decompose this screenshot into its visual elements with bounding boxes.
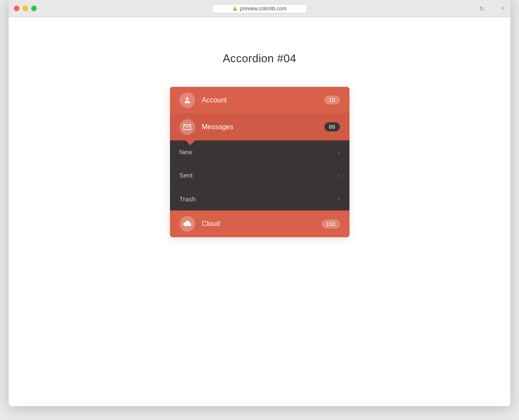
accordion-item-messages[interactable]: Messages 89 — [170, 114, 349, 140]
sub-label-sent: Sent — [179, 172, 338, 179]
messages-icon-circle — [179, 119, 195, 135]
chevron-right-icon: › — [338, 172, 340, 179]
accordion: Account 10 Messages 89 New — [170, 87, 349, 237]
sub-label-trash: Trash — [179, 195, 338, 203]
page-content: Accordion #04 Account 10 — [9, 17, 510, 406]
sub-label-new: New — [179, 148, 338, 156]
window-controls — [14, 6, 37, 11]
close-button[interactable] — [14, 6, 19, 11]
account-badge: 10 — [324, 95, 340, 105]
url-text: preview.colorlib.com — [240, 6, 286, 12]
maximize-button[interactable] — [31, 6, 37, 11]
titlebar: 🔒 preview.colorlib.com ↻ + — [9, 0, 510, 17]
sub-item-new[interactable]: New › — [170, 140, 349, 164]
lock-icon: 🔒 — [232, 6, 237, 11]
refresh-button[interactable]: ↻ — [479, 5, 484, 12]
svg-point-0 — [186, 97, 189, 100]
cloud-icon-circle — [179, 216, 195, 232]
envelope-icon — [183, 124, 191, 130]
sub-item-trash[interactable]: Trash › — [170, 187, 349, 210]
accordion-item-cloud[interactable]: Cloud 102 — [170, 210, 349, 237]
page-title: Accordion #04 — [223, 52, 296, 65]
chevron-right-icon: › — [338, 195, 340, 202]
account-icon-circle — [179, 92, 195, 108]
chevron-right-icon: › — [338, 149, 340, 156]
account-label: Account — [202, 96, 324, 104]
cloud-badge: 102 — [322, 220, 340, 229]
messages-badge: 89 — [324, 122, 340, 131]
accordion-sub-messages: New › Sent › Trash › — [170, 140, 349, 210]
browser-window: 🔒 preview.colorlib.com ↻ + Accordion #04… — [9, 0, 510, 406]
new-tab-icon[interactable]: + — [500, 4, 505, 13]
accordion-item-account[interactable]: Account 10 — [170, 87, 349, 114]
address-bar[interactable]: 🔒 preview.colorlib.com — [212, 4, 307, 13]
cloud-label: Cloud — [202, 220, 322, 228]
cloud-icon — [183, 221, 192, 227]
user-icon — [183, 96, 191, 104]
sub-item-sent[interactable]: Sent › — [170, 164, 349, 187]
minimize-button[interactable] — [22, 6, 28, 11]
messages-label: Messages — [202, 123, 324, 131]
